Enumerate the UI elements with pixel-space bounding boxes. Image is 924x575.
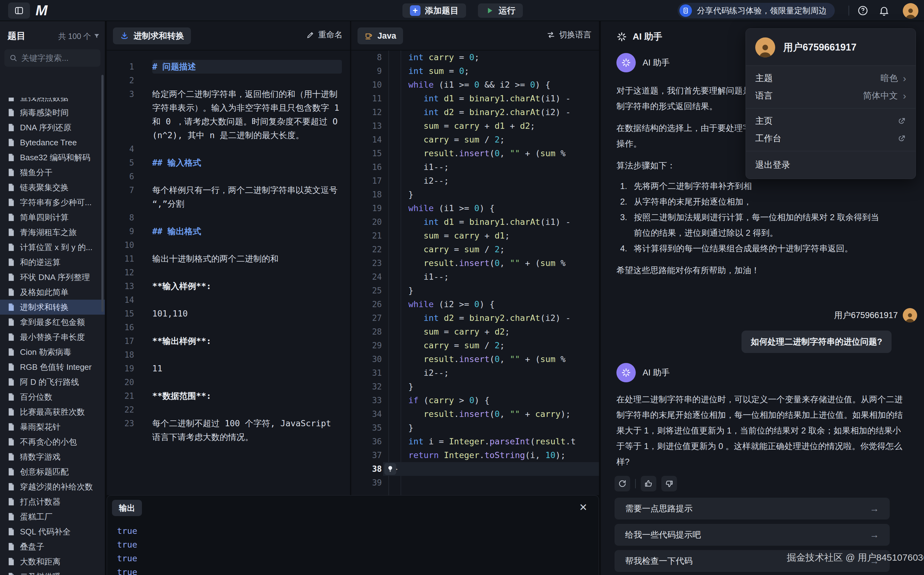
code-line: 25 } xyxy=(351,284,599,297)
suggestion-chip-label: 帮我检查一下代码 xyxy=(625,555,693,567)
bell-icon[interactable] xyxy=(878,5,890,16)
line-number: 36 xyxy=(351,435,382,448)
code-editor[interactable]: 8 int carry = 0;9 int sum = 0;10 while (… xyxy=(351,50,599,495)
code-line: 30 result.insert(0, "" + (sum % xyxy=(351,353,599,366)
problem-editor[interactable]: 1# 问题描述23给定两个二进制字符串，返回他们的和（用十进制字符串表示）。输入… xyxy=(107,50,350,495)
sidebar-item[interactable]: Cion 勒索病毒 xyxy=(0,345,105,359)
sidebar-item[interactable]: 阿 D 的飞行路线 xyxy=(0,375,105,389)
suggestion-chip[interactable]: 需要一点思路提示→ xyxy=(615,498,890,519)
document-icon xyxy=(7,303,16,311)
code-line-text: } xyxy=(388,284,413,297)
sidebar-item[interactable]: 及格如此简单 xyxy=(0,285,105,300)
document-icon xyxy=(7,228,16,237)
sidebar-item[interactable]: 打点计数器 xyxy=(0,494,105,509)
app-logo[interactable]: M xyxy=(35,2,47,19)
problem-tab[interactable]: 进制求和转换 xyxy=(113,27,191,44)
sidebar-item[interactable]: 比赛最高获胜次数 xyxy=(0,404,105,419)
menu-item-language[interactable]: 语言 简体中文 › xyxy=(746,87,916,105)
sidebar-toggle-button[interactable] xyxy=(8,3,30,19)
code-line: 35 } xyxy=(351,421,599,435)
document-icon xyxy=(7,572,16,575)
sparkle-icon xyxy=(616,32,627,42)
add-problem-button[interactable]: + 添加题目 xyxy=(402,3,466,18)
search-input[interactable] xyxy=(21,53,95,63)
switch-language-button[interactable]: 切换语言 xyxy=(547,29,592,40)
sidebar-item[interactable]: 百分位数 xyxy=(0,389,105,404)
sidebar-item[interactable]: 和的逆运算 xyxy=(0,255,105,270)
promo-banner[interactable]: 分享代码练习体验，领限量定制周边 xyxy=(677,3,835,18)
sidebar-item[interactable]: 计算位置 x 到 y 的... xyxy=(0,240,105,255)
menu-item-workbench[interactable]: 工作台 xyxy=(746,130,916,147)
code-line: 27 int d2 = binary2.charAt(i2) - xyxy=(351,311,599,325)
code-line: 29 carry = sum / 2; xyxy=(351,338,599,353)
regenerate-button[interactable] xyxy=(615,476,630,491)
sidebar-item[interactable]: 青海湖租车之旅 xyxy=(0,225,105,240)
sidebar-item[interactable]: 穿越沙漠的补给次数 xyxy=(0,479,105,494)
sidebar-item[interactable]: 链表聚集交换 xyxy=(0,180,105,195)
sidebar-title: 题目 xyxy=(8,30,58,43)
sidebar-item[interactable]: 二叉树供暖 xyxy=(0,569,105,575)
sidebar-item[interactable]: 简单四则计算 xyxy=(0,210,105,225)
sidebar-item[interactable]: 字符串有多少种可... xyxy=(0,195,105,210)
sidebar-item[interactable]: 拿到最多红包金额 xyxy=(0,315,105,330)
sidebar-item[interactable]: SQL 代码补全 xyxy=(0,524,105,539)
sidebar-item[interactable]: Bytedance Tree xyxy=(0,135,105,150)
code-line-text: i2--; xyxy=(388,366,449,380)
thumbs-up-button[interactable] xyxy=(641,476,656,491)
language-tab[interactable]: Java xyxy=(358,27,403,44)
user-avatar[interactable] xyxy=(903,3,918,19)
thumbs-down-button[interactable] xyxy=(662,476,677,491)
sidebar-item[interactable]: 病毒感染时间 xyxy=(0,105,105,120)
problem-line: 10 xyxy=(107,238,350,252)
menu-item-logout[interactable]: 退出登录 xyxy=(746,155,916,175)
sidebar-item[interactable]: 大数和距离 xyxy=(0,554,105,569)
sidebar-scrollbar[interactable] xyxy=(102,75,103,312)
language-tab-label: Java xyxy=(377,31,396,41)
help-icon[interactable] xyxy=(857,5,868,16)
document-icon xyxy=(7,288,16,297)
suggestion-chip[interactable]: 给我一些代码提示吧→ xyxy=(615,524,890,546)
output-value: true xyxy=(117,565,137,575)
ai-avatar xyxy=(616,363,636,382)
sidebar-item[interactable]: 查找热点数据 xyxy=(0,98,105,105)
menu-user-row: 用户6759661917 xyxy=(746,29,916,65)
sidebar-item-label: 穿越沙漠的补给次数 xyxy=(20,481,93,492)
sidebar-item[interactable]: 叠盘子 xyxy=(0,539,105,554)
sidebar-item[interactable]: 猫鱼分干 xyxy=(0,165,105,180)
sidebar-item[interactable]: 进制求和转换 xyxy=(0,300,105,315)
chevron-right-icon: › xyxy=(903,73,906,83)
sidebar-item[interactable]: 猜数字游戏 xyxy=(0,450,105,464)
menu-user-avatar xyxy=(755,37,775,57)
sidebar-item[interactable]: 环状 DNA 序列整理 xyxy=(0,270,105,285)
code-line: 11 int d1 = binary1.charAt(i1) - xyxy=(351,92,599,105)
sidebar-item[interactable]: 蛋糕工厂 xyxy=(0,509,105,524)
sidebar-item-label: 猜数字游戏 xyxy=(20,451,60,462)
search-box[interactable] xyxy=(4,49,100,67)
sidebar-item-label: 大数和距离 xyxy=(20,556,60,567)
ai-step-item: 4.将计算得到的每一位结果组合成最终的十进制字符串返回。 xyxy=(620,241,908,256)
close-icon[interactable]: ✕ xyxy=(579,502,587,512)
sidebar-item[interactable]: RGB 色值转 Integer xyxy=(0,359,105,375)
problem-line-text: **数据范围**: xyxy=(152,389,342,403)
filter-icon[interactable] xyxy=(94,33,100,39)
sidebar-item[interactable]: 最小替换子串长度 xyxy=(0,330,105,345)
menu-item-theme[interactable]: 主题 暗色 › xyxy=(746,70,916,87)
lightbulb-icon[interactable] xyxy=(384,463,396,475)
line-number: 37 xyxy=(351,448,382,462)
line-number: 4 xyxy=(107,142,134,156)
sidebar-item[interactable]: 暴雨梨花针 xyxy=(0,419,105,434)
theme-value: 暗色 xyxy=(880,72,898,84)
menu-item-home[interactable]: 主页 xyxy=(746,112,916,130)
output-tab[interactable]: 输出 xyxy=(112,500,142,516)
rename-button[interactable]: 重命名 xyxy=(306,29,342,40)
line-number: 8 xyxy=(351,51,382,64)
problem-list: 查找热点数据病毒感染时间DNA 序列还原Bytedance TreeBase32… xyxy=(0,98,105,575)
sidebar-item[interactable]: DNA 序列还原 xyxy=(0,120,105,135)
run-button[interactable]: 运行 xyxy=(478,3,523,18)
code-line-text: result.insert(0, "" + (sum % xyxy=(388,146,566,160)
sidebar-item[interactable]: Base32 编码和解码 xyxy=(0,150,105,165)
problem-line: 17**输出样例**: xyxy=(107,334,350,348)
panel-toggle-icon xyxy=(14,6,24,15)
sidebar-item[interactable]: 不再贪心的小包 xyxy=(0,434,105,450)
sidebar-item[interactable]: 创意标题匹配 xyxy=(0,464,105,479)
